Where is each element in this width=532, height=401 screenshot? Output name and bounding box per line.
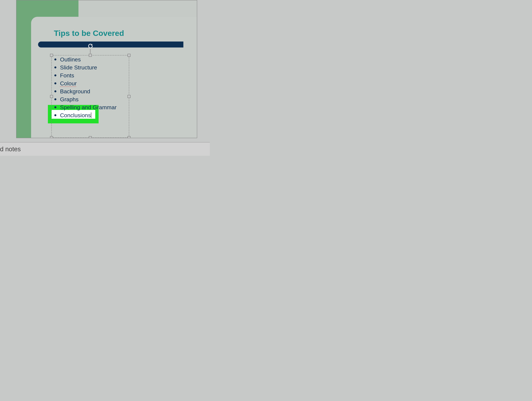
bullet-item[interactable]: Spelling and Grammar — [53, 103, 133, 111]
bullet-list[interactable]: Outlines Slide Structure Fonts Colour Ba… — [53, 56, 133, 119]
resize-handle-bottom-middle[interactable] — [89, 136, 92, 138]
editor-stage: Tips to be Covered Outlines Slide Struct — [0, 0, 210, 158]
text-caret — [91, 112, 91, 118]
bullet-item[interactable]: Graphs — [53, 95, 133, 103]
resize-handle-bottom-left[interactable] — [50, 136, 53, 138]
slide-title[interactable]: Tips to be Covered — [54, 29, 124, 38]
bullet-item[interactable]: Outlines — [53, 56, 133, 63]
rotate-handle-icon[interactable] — [88, 43, 93, 49]
bullet-text: Conclusions — [60, 112, 91, 118]
notes-pane[interactable]: d notes — [0, 142, 210, 156]
resize-handle-bottom-right[interactable] — [127, 136, 131, 138]
resize-handle-middle-left[interactable] — [50, 95, 53, 98]
bullet-text: Graphs — [60, 96, 79, 102]
bullet-text: Slide Structure — [60, 64, 97, 71]
bullet-text: Outlines — [60, 56, 81, 63]
bullet-text: Fonts — [60, 72, 74, 79]
slide-canvas[interactable]: Tips to be Covered Outlines Slide Struct — [16, 0, 197, 138]
theme-divider-bar — [38, 42, 183, 48]
notes-placeholder-fragment: d notes — [0, 146, 21, 153]
rotate-handle-stem — [90, 49, 91, 54]
resize-handle-top-left[interactable] — [50, 54, 53, 57]
bullet-item[interactable]: Background — [53, 87, 133, 95]
bullet-item[interactable]: Colour — [53, 79, 133, 87]
bullet-item[interactable]: Conclusions — [53, 111, 133, 119]
bullet-item[interactable]: Fonts — [53, 71, 133, 79]
bullet-item[interactable]: Slide Structure — [53, 63, 133, 71]
bullet-text: Colour — [60, 80, 77, 87]
bullet-text: Spelling and Grammar — [60, 104, 117, 111]
bullet-text: Background — [60, 88, 90, 94]
